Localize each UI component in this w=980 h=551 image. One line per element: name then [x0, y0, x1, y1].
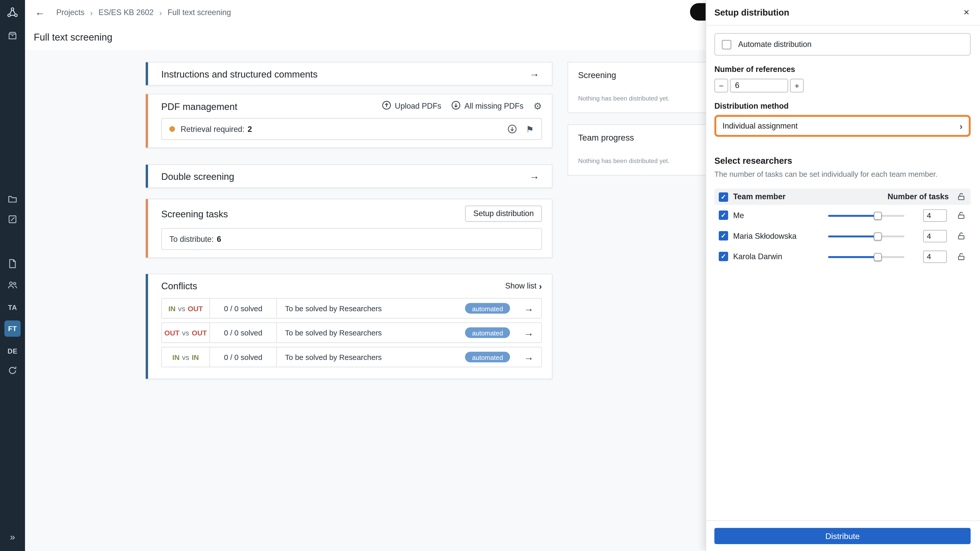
researcher-checkbox[interactable]: ✓: [719, 231, 728, 241]
tasks-input[interactable]: [923, 209, 947, 221]
sidebar-item-ta[interactable]: TA: [0, 302, 25, 313]
setup-distribution-button[interactable]: Setup distribution: [465, 206, 542, 222]
pdf-management-card: PDF management Upload PDFs All missing P…: [146, 94, 552, 148]
sidebar-item-edit[interactable]: [0, 215, 25, 226]
slider-fill: [828, 256, 878, 258]
arrow-right-icon: →: [524, 303, 534, 314]
badge-cell: automated: [459, 348, 516, 367]
show-list-link[interactable]: Show list ›: [505, 281, 542, 291]
select-researchers-hint: The number of tasks can be set individua…: [714, 170, 970, 179]
badge-cell: automated: [459, 323, 516, 342]
ft-active-highlight: FT: [4, 321, 21, 337]
retrieval-actions: ⚑: [508, 124, 534, 134]
conflict-open-arrow[interactable]: →: [516, 323, 541, 342]
number-of-tasks-header-label: Number of tasks: [888, 192, 949, 201]
sidebar-item-references[interactable]: [0, 259, 25, 270]
all-missing-pdfs-button[interactable]: All missing PDFs: [451, 100, 523, 112]
vs-label: vs: [178, 305, 185, 312]
sidebar-expand-button[interactable]: »: [0, 531, 25, 542]
sidebar-item-ft-active[interactable]: FT: [0, 321, 25, 337]
unlock-all-icon[interactable]: [957, 192, 966, 201]
instructions-title: Instructions and structured comments: [161, 68, 318, 79]
conflict-row-in-vs-in: IN vs IN 0 / 0 solved To be solved by Re…: [161, 347, 542, 367]
document-icon: [7, 259, 18, 271]
sidebar-item-sync[interactable]: [0, 366, 25, 377]
pdf-settings-gear-icon[interactable]: ⚙: [533, 100, 542, 112]
automate-distribution-checkbox[interactable]: [722, 40, 732, 49]
badge-cell: automated: [459, 299, 516, 318]
sidebar-item-inbox[interactable]: [0, 31, 25, 42]
distribution-method-dropdown[interactable]: Individual assignment ›: [714, 115, 970, 137]
setup-distribution-panel: Setup distribution × Automate distributi…: [706, 0, 980, 551]
instructions-card[interactable]: Instructions and structured comments →: [146, 62, 552, 86]
status-dot-icon: [169, 126, 175, 132]
retrieval-required-count: 2: [248, 125, 252, 133]
slider-thumb[interactable]: [874, 232, 882, 240]
conflicts-card: Conflicts Show list › IN vs OUT: [146, 274, 552, 380]
slider-thumb[interactable]: [874, 253, 882, 261]
slider-fill: [828, 235, 878, 237]
breadcrumb-projects[interactable]: Projects: [56, 8, 84, 17]
researcher-checkbox[interactable]: ✓: [719, 252, 728, 261]
references-stepper: − +: [714, 79, 970, 93]
to-distribute-count: 6: [217, 235, 221, 243]
researcher-row-maria: ✓ Maria Skłodowska: [714, 225, 970, 246]
upload-pdfs-button[interactable]: Upload PDFs: [382, 100, 441, 112]
download-all-icon[interactable]: [508, 124, 517, 134]
number-of-references-input[interactable]: [730, 79, 788, 93]
app-logo-icon: [0, 6, 25, 19]
sidebar-item-de[interactable]: DE: [0, 345, 25, 357]
chevron-right-icon: ›: [539, 281, 542, 291]
slider-thumb[interactable]: [874, 211, 882, 220]
upload-pdfs-label: Upload PDFs: [395, 102, 441, 110]
assignee-text: To be solved by Researchers: [277, 299, 459, 318]
automate-distribution-box: Automate distribution: [714, 33, 970, 56]
flag-icon[interactable]: ⚑: [526, 124, 534, 134]
team-member-header-label: Team member: [733, 192, 786, 201]
decrement-button[interactable]: −: [714, 79, 728, 93]
close-icon[interactable]: ×: [963, 7, 971, 18]
tasks-slider[interactable]: [828, 253, 904, 260]
app-window: TA FT DE » ← Projects › ES/ES KB 2602 › …: [0, 0, 980, 551]
unlock-icon[interactable]: [957, 252, 966, 261]
retrieval-required-label: Retrieval required:: [181, 125, 245, 133]
tasks-input[interactable]: [923, 230, 947, 242]
pdf-actions: Upload PDFs All missing PDFs ⚙: [382, 100, 542, 112]
researcher-name: Maria Skłodowska: [733, 231, 797, 240]
breadcrumb-separator-icon: ›: [159, 8, 162, 17]
de-label: DE: [8, 348, 18, 355]
distribution-method-value: Individual assignment: [722, 121, 797, 130]
assignee-text: To be solved by Researchers: [277, 348, 459, 367]
arrow-right-icon[interactable]: →: [529, 171, 539, 182]
panel-title: Setup distribution: [714, 7, 789, 17]
tasks-input[interactable]: [923, 250, 947, 263]
sidebar-item-team[interactable]: [0, 281, 25, 292]
breadcrumb-project[interactable]: ES/ES KB 2602: [99, 8, 154, 17]
increment-button[interactable]: +: [790, 79, 804, 93]
out-label: OUT: [188, 305, 203, 312]
sidebar-item-folders[interactable]: [0, 195, 25, 206]
automate-distribution-label: Automate distribution: [738, 40, 811, 49]
distribute-button[interactable]: Distribute: [714, 528, 970, 544]
sync-icon: [7, 365, 18, 378]
retrieval-required-box: Retrieval required: 2 ⚑: [161, 118, 542, 140]
arrow-right-icon[interactable]: →: [529, 68, 539, 79]
screening-tasks-header: Screening tasks Setup distribution: [161, 206, 542, 222]
unlock-icon[interactable]: [957, 231, 966, 240]
conflict-open-arrow[interactable]: →: [516, 299, 541, 318]
double-screening-card[interactable]: Double screening →: [146, 164, 552, 188]
edit-icon: [7, 214, 18, 227]
inbox-icon: [7, 30, 18, 43]
back-button[interactable]: ←: [32, 7, 48, 18]
conflicts-header: Conflicts Show list ›: [161, 281, 542, 291]
researcher-checkbox[interactable]: ✓: [719, 210, 728, 220]
screening-tasks-title: Screening tasks: [161, 208, 228, 219]
vs-label: vs: [182, 329, 189, 336]
researcher-row-me: ✓ Me: [714, 205, 970, 225]
vs-label: vs: [182, 353, 189, 361]
select-all-checkbox[interactable]: ✓: [719, 192, 728, 202]
tasks-slider[interactable]: [828, 232, 904, 240]
conflict-open-arrow[interactable]: →: [516, 348, 541, 367]
unlock-icon[interactable]: [957, 211, 966, 220]
tasks-slider[interactable]: [828, 211, 904, 219]
